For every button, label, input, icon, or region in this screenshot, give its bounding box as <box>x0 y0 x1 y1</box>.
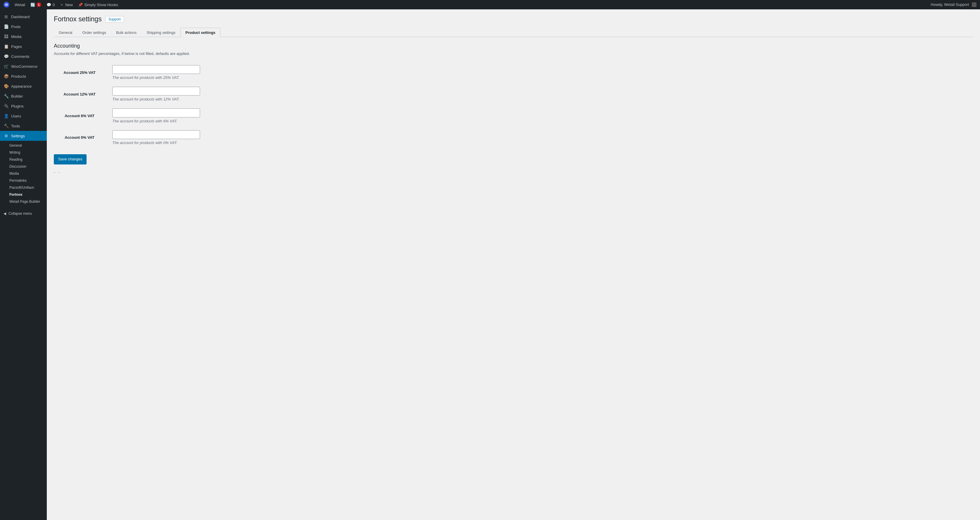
sidebar-label-comments: Comments <box>11 54 30 59</box>
admin-bar: W Wetail 🔄 1 💬 0 ＋ New 📌 Simply Show Hoo… <box>0 0 980 10</box>
field-desc-account-0: The account for products with 0% VAT. <box>112 141 200 145</box>
submit-section: Save changes <box>54 154 973 165</box>
submenu-item-pacsoft[interactable]: Pacsoft/Unifaun <box>0 184 47 191</box>
field-row-account-12: Account 12% VAT The account for products… <box>54 83 200 105</box>
new-icon: ＋ <box>60 2 64 7</box>
field-label-account-6: Account 6% VAT <box>54 105 112 127</box>
plugins-icon: 🔌 <box>3 103 9 109</box>
dashboard-icon: ⊞ <box>3 14 9 19</box>
field-input-account-12[interactable] <box>112 87 200 95</box>
tab-general[interactable]: General <box>54 28 77 37</box>
sidebar: ⊞Dashboard📄Posts🖼Media📋Pages💬Comments🛒Wo… <box>0 10 47 520</box>
sidebar-item-appearance[interactable]: 🎨Appearance <box>0 81 47 91</box>
sidebar-label-dashboard: Dashboard <box>11 14 30 19</box>
appearance-icon: 🎨 <box>3 84 9 89</box>
settings-submenu: GeneralWritingReadingDiscussionMediaPerm… <box>0 141 47 206</box>
submenu-item-permalinks[interactable]: Permalinks <box>0 177 47 184</box>
collapse-label: Collapse menu <box>8 211 32 216</box>
sidebar-item-posts[interactable]: 📄Posts <box>0 22 47 32</box>
submenu-item-discussion[interactable]: Discussion <box>0 163 47 170</box>
submenu-item-fortnox[interactable]: Fortnox <box>0 191 47 198</box>
sidebar-label-media: Media <box>11 35 21 39</box>
tab-shipping-settings[interactable]: Shipping settings <box>142 28 180 37</box>
comments-count: 0 <box>52 3 55 7</box>
tab-order-settings[interactable]: Order settings <box>77 28 111 37</box>
avatar <box>972 2 977 7</box>
sidebar-item-plugins[interactable]: 🔌Plugins <box>0 101 47 111</box>
new-label: New <box>65 3 73 7</box>
submenu-item-general[interactable]: General <box>0 142 47 149</box>
submenu-item-writing[interactable]: Writing <box>0 149 47 156</box>
comments-icon: 💬 <box>3 54 9 59</box>
settings-section: Accounting Accounts for different VAT pe… <box>54 43 973 174</box>
nav-tabs: GeneralOrder settingsBulk actionsShippin… <box>54 28 973 37</box>
field-input-account-6[interactable] <box>112 108 200 117</box>
plugin-name: Simply Show Hooks <box>84 3 118 7</box>
sidebar-item-users[interactable]: 👤Users <box>0 111 47 121</box>
support-link[interactable]: Support <box>105 16 124 22</box>
sidebar-item-media[interactable]: 🖼Media <box>0 32 47 41</box>
form-table: Account 25% VAT The account for products… <box>54 62 200 148</box>
sidebar-item-settings[interactable]: ⚙Settings <box>0 131 47 141</box>
field-row-account-25: Account 25% VAT The account for products… <box>54 62 200 83</box>
sidebar-label-tools: Tools <box>11 124 20 128</box>
update-count: 1 <box>37 2 41 7</box>
sidebar-item-products[interactable]: 📦Products <box>0 71 47 81</box>
submenu-item-reading[interactable]: Reading <box>0 156 47 163</box>
sidebar-item-woocommerce[interactable]: 🛒WooCommerce <box>0 61 47 71</box>
save-changes-button[interactable]: Save changes <box>54 154 87 165</box>
tab-bulk-actions[interactable]: Bulk actions <box>111 28 142 37</box>
section-title: Accounting <box>54 43 973 49</box>
site-name[interactable]: Wetail <box>14 3 25 7</box>
sidebar-item-comments[interactable]: 💬Comments <box>0 51 47 61</box>
users-icon: 👤 <box>3 113 9 119</box>
sidebar-label-users: Users <box>11 114 21 118</box>
field-cell-account-0: The account for products with 0% VAT. <box>112 127 200 148</box>
field-input-account-0[interactable] <box>112 130 200 139</box>
sidebar-item-tools[interactable]: 🔨Tools <box>0 121 47 131</box>
media-icon: 🖼 <box>3 34 9 39</box>
footer-link-0[interactable]: - <box>54 170 55 174</box>
field-cell-account-12: The account for products with 12% VAT. <box>112 83 200 105</box>
field-row-account-6: Account 6% VAT The account for products … <box>54 105 200 127</box>
main-content: Fortnox settings Support GeneralOrder se… <box>47 10 980 520</box>
field-cell-account-25: The account for products with 25% VAT. <box>112 62 200 83</box>
field-label-account-25: Account 25% VAT <box>54 62 112 83</box>
field-label-account-0: Account 0% VAT <box>54 127 112 148</box>
footer-link-1[interactable]: - <box>59 170 60 174</box>
collapse-menu-button[interactable]: ◀ Collapse menu <box>0 209 47 219</box>
sidebar-label-posts: Posts <box>11 25 21 29</box>
woocommerce-icon: 🛒 <box>3 64 9 69</box>
new-content[interactable]: ＋ New <box>60 2 73 7</box>
updates[interactable]: 🔄 1 <box>30 2 41 7</box>
wp-logo-icon: W <box>3 2 10 8</box>
updates-icon: 🔄 <box>30 3 35 7</box>
comments[interactable]: 💬 0 <box>46 3 55 7</box>
sidebar-item-dashboard[interactable]: ⊞Dashboard <box>0 12 47 22</box>
field-desc-account-12: The account for products with 12% VAT. <box>112 97 200 101</box>
field-input-account-25[interactable] <box>112 65 200 74</box>
section-description: Accounts for different VAT percentages, … <box>54 51 973 56</box>
sidebar-label-builder: Builder <box>11 94 23 98</box>
pages-icon: 📋 <box>3 44 9 49</box>
field-label-account-12: Account 12% VAT <box>54 83 112 105</box>
field-desc-account-6: The account for products with 6% VAT. <box>112 119 200 123</box>
field-cell-account-6: The account for products with 6% VAT. <box>112 105 200 127</box>
builder-icon: 🔧 <box>3 94 9 99</box>
footer-nav: -- <box>54 170 973 174</box>
pin-icon: 📌 <box>78 3 83 7</box>
sidebar-label-appearance: Appearance <box>11 84 32 89</box>
sidebar-item-pages[interactable]: 📋Pages <box>0 41 47 51</box>
field-row-account-0: Account 0% VAT The account for products … <box>54 127 200 148</box>
howdy-text: Howdy, Wetail Support <box>931 2 969 7</box>
posts-icon: 📄 <box>3 24 9 29</box>
submenu-item-media[interactable]: Media <box>0 170 47 177</box>
sidebar-item-builder[interactable]: 🔧Builder <box>0 91 47 101</box>
field-desc-account-25: The account for products with 25% VAT. <box>112 75 200 80</box>
settings-icon: ⚙ <box>3 133 9 138</box>
wp-logo[interactable]: W <box>3 2 10 8</box>
site-name-label: Wetail <box>14 3 25 7</box>
submenu-item-wetail-page-builder[interactable]: Wetail Page Builder <box>0 198 47 205</box>
plugin-link[interactable]: 📌 Simply Show Hooks <box>78 3 118 7</box>
tab-product-settings[interactable]: Product settings <box>180 28 221 37</box>
